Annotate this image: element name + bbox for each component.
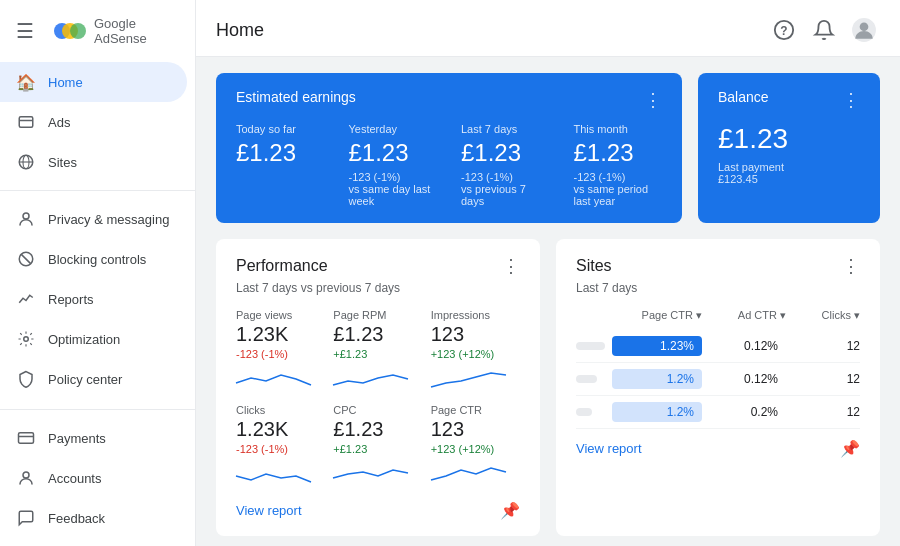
svg-point-2 [70,23,86,39]
sidebar-item-optimization[interactable]: Optimization [0,319,187,359]
sidebar: ☰ Google AdSense 🏠 Home Ads Sites Privac… [0,0,196,546]
sites-view-report[interactable]: View report 📌 [576,439,860,458]
hamburger-menu[interactable]: ☰ [16,19,34,43]
sidebar-label-home: Home [48,75,83,90]
site-adctr-1: 0.12% [706,336,786,356]
sidebar-label-blocking: Blocking controls [48,252,146,267]
sidebar-label-feedback: Feedback [48,511,105,526]
performance-view-report[interactable]: View report 📌 [236,501,520,520]
perf-clicks-value: 1.23K [236,418,325,441]
perf-pageviews-sparkline [236,360,325,396]
sidebar-item-feedback[interactable]: Feedback [0,498,187,538]
sidebar-item-home[interactable]: 🏠 Home [0,62,187,102]
sites-card: Sites ⋮ Last 7 days Page CTR ▾ Ad CTR ▾ … [556,239,880,536]
feedback-icon [16,508,36,528]
sidebar-item-accounts[interactable]: Accounts [0,458,187,498]
svg-point-11 [24,337,29,342]
metric-thismonth-label: This month [574,123,663,135]
balance-last-payment-label: Last payment [718,161,860,173]
sidebar-item-reports[interactable]: Reports [0,279,187,319]
svg-line-10 [21,254,31,264]
sidebar-divider-1 [0,190,195,191]
performance-pin-icon: 📌 [500,501,520,520]
performance-metrics-grid: Page views 1.23K -123 (-1%) Page RPM £1.… [236,309,520,491]
sidebar-label-sites: Sites [48,155,77,170]
site-clicks-1: 12 [790,339,860,353]
optimization-icon [16,329,36,349]
performance-subtitle: Last 7 days vs previous 7 days [236,281,520,295]
app-name-label: Google AdSense [94,16,179,46]
sites-header: Sites ⋮ [576,255,860,277]
sidebar-item-privacy[interactable]: Privacy & messaging [0,199,187,239]
sidebar-label-reports: Reports [48,292,94,307]
table-row: 1.2% 0.12% 12 [576,363,860,396]
home-icon: 🏠 [16,72,36,92]
site-bar-3 [576,408,608,416]
perf-cpc: CPC £1.23 +£1.23 [333,404,422,491]
balance-card: Balance ⋮ £1.23 Last payment £123.45 [698,73,880,223]
performance-menu[interactable]: ⋮ [502,255,520,277]
perf-clicks-change: -123 (-1%) [236,443,325,455]
metric-last7: Last 7 days £1.23 -123 (-1%) vs previous… [461,123,550,207]
sidebar-item-blocking[interactable]: Blocking controls [0,239,187,279]
site-clicks-2: 12 [790,372,860,386]
svg-point-18 [860,22,869,31]
sites-col-adctr[interactable]: Ad CTR ▾ [706,309,786,322]
perf-clicks: Clicks 1.23K -123 (-1%) [236,404,325,491]
balance-card-menu[interactable]: ⋮ [842,89,860,111]
lower-row: Performance ⋮ Last 7 days vs previous 7 … [216,239,880,536]
perf-pagerpm: Page RPM £1.23 +£1.23 [333,309,422,396]
help-button[interactable]: ? [768,14,800,46]
account-button[interactable] [848,14,880,46]
ads-icon [16,112,36,132]
performance-header: Performance ⋮ [236,255,520,277]
sidebar-label-accounts: Accounts [48,471,101,486]
sidebar-item-policy[interactable]: Policy center [0,359,187,399]
site-adctr-3: 0.2% [706,402,786,422]
site-bar-2 [576,375,608,383]
metric-last7-value: £1.23 [461,139,550,167]
perf-clicks-sparkline [236,455,325,491]
site-pagectr-1: 1.23% [612,336,702,356]
sidebar-item-payments[interactable]: Payments [0,418,187,458]
sidebar-item-ads[interactable]: Ads [0,102,187,142]
perf-impressions-change: +123 (+12%) [431,348,520,360]
metric-last7-change: -123 (-1%) vs previous 7 days [461,171,550,207]
perf-clicks-label: Clicks [236,404,325,416]
metric-thismonth-change: -123 (-1%) vs same period last year [574,171,663,207]
notification-button[interactable] [808,14,840,46]
metric-thismonth-value: £1.23 [574,139,663,167]
perf-cpc-sparkline [333,455,422,491]
perf-impressions-sparkline [431,360,520,396]
sites-menu[interactable]: ⋮ [842,255,860,277]
sidebar-item-sites[interactable]: Sites [0,142,187,182]
metric-yesterday-label: Yesterday [349,123,438,135]
table-row: 1.2% 0.2% 12 [576,396,860,429]
sites-col-pagectr[interactable]: Page CTR ▾ [612,309,702,322]
sites-col-name [576,309,608,322]
svg-rect-12 [19,433,34,444]
perf-pagectr-label: Page CTR [431,404,520,416]
perf-cpc-label: CPC [333,404,422,416]
perf-cpc-change: +£1.23 [333,443,422,455]
policy-icon [16,369,36,389]
sites-col-clicks[interactable]: Clicks ▾ [790,309,860,322]
sites-subtitle: Last 7 days [576,281,860,295]
earnings-card-menu[interactable]: ⋮ [644,89,662,111]
earnings-row: Estimated earnings ⋮ Today so far £1.23 … [216,73,880,223]
main-content: Home ? Estimated earnings ⋮ [196,0,900,546]
earnings-metrics: Today so far £1.23 Yesterday £1.23 -123 … [236,123,662,207]
balance-value: £1.23 [718,123,860,155]
svg-point-14 [23,472,29,478]
page-title: Home [216,20,264,41]
privacy-icon [16,209,36,229]
perf-impressions-value: 123 [431,323,520,346]
svg-rect-3 [19,117,33,128]
perf-pagectr-change: +123 (+12%) [431,443,520,455]
perf-pagerpm-label: Page RPM [333,309,422,321]
main-header: Home ? [196,0,900,57]
perf-pageviews-label: Page views [236,309,325,321]
sites-title: Sites [576,257,612,275]
perf-pagectr: Page CTR 123 +123 (+12%) [431,404,520,491]
header-icons: ? [768,14,880,46]
